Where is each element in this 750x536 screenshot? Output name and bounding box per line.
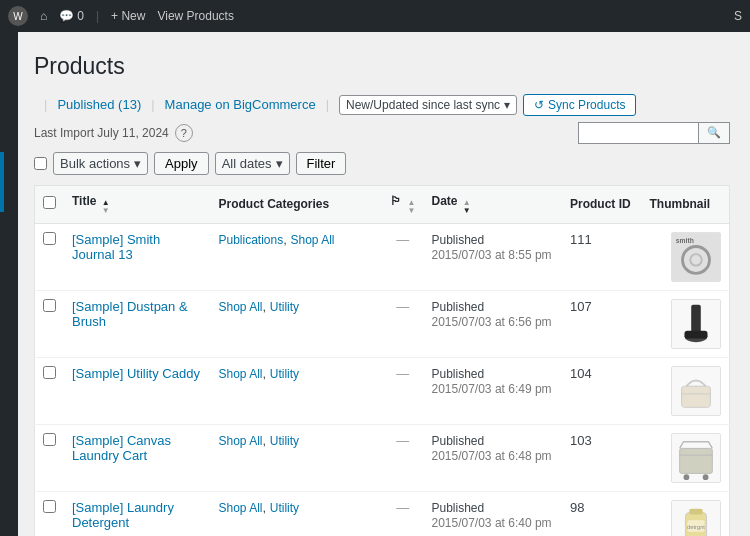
title-sort-arrows: ▲ ▼ xyxy=(102,199,110,215)
table-row: [Sample] Canvas Laundry Cart Shop All, U… xyxy=(35,424,730,491)
dates-dropdown[interactable]: All dates ▾ xyxy=(215,152,290,175)
select-all-checkbox[interactable] xyxy=(34,157,47,170)
sep-1: | xyxy=(96,9,99,23)
row-checkbox[interactable] xyxy=(43,500,56,513)
search-input[interactable] xyxy=(578,122,698,144)
row-title-cell: [Sample] Utility Caddy xyxy=(64,357,211,424)
admin-bar-right: S xyxy=(734,9,742,23)
product-id-value: 103 xyxy=(570,433,592,448)
row-checkbox-cell xyxy=(35,290,65,357)
th-date[interactable]: Date ▲ ▼ xyxy=(423,185,562,223)
sync-dropdown[interactable]: New/Updated since last sync ▾ xyxy=(339,95,517,115)
svg-rect-12 xyxy=(680,448,713,473)
row-flag-cell: — xyxy=(382,357,423,424)
row-checkbox-cell xyxy=(35,223,65,290)
admin-bar: W ⌂ 💬 0 | + New View Products S xyxy=(0,0,750,32)
date-status: Published xyxy=(431,300,484,314)
category-link[interactable]: Utility xyxy=(270,367,299,381)
bulk-actions-dropdown[interactable]: Bulk actions ▾ xyxy=(53,152,148,175)
product-title-link[interactable]: [Sample] Canvas Laundry Cart xyxy=(72,433,171,463)
category-link[interactable]: Shop All xyxy=(219,300,263,314)
category-link[interactable]: Publications xyxy=(219,233,284,247)
dates-label: All dates xyxy=(222,156,272,171)
admin-bar-comments[interactable]: 💬 0 xyxy=(59,9,84,23)
table-row: [Sample] Smith Journal 13 Publications, … xyxy=(35,223,730,290)
filter-button[interactable]: Filter xyxy=(296,152,347,175)
th-title[interactable]: Title ▲ ▼ xyxy=(64,185,211,223)
row-id-cell: 107 xyxy=(562,290,641,357)
product-title-link[interactable]: [Sample] Smith Journal 13 xyxy=(72,232,160,262)
row-title-cell: [Sample] Canvas Laundry Cart xyxy=(64,424,211,491)
product-title-link[interactable]: [Sample] Laundry Detergent xyxy=(72,500,174,530)
date-status: Published xyxy=(431,434,484,448)
row-thumbnail-cell xyxy=(641,424,729,491)
date-status: Published xyxy=(431,501,484,515)
product-thumbnail: detrgnt xyxy=(671,500,721,536)
row-thumbnail-cell: detrgnt xyxy=(641,491,729,536)
category-link[interactable]: Shop All xyxy=(290,233,334,247)
wp-logo[interactable]: W xyxy=(8,6,28,26)
row-checkbox[interactable] xyxy=(43,232,56,245)
svg-text:smith: smith xyxy=(676,236,694,243)
sync-icon: ↺ xyxy=(534,98,544,112)
category-link[interactable]: Shop All xyxy=(219,501,263,515)
product-id-value: 98 xyxy=(570,500,584,515)
date-time: 2015/07/03 at 6:40 pm xyxy=(431,516,551,530)
sort-down-icon: ▼ xyxy=(102,207,110,215)
svg-rect-5 xyxy=(691,305,701,334)
comment-icon: 💬 xyxy=(59,9,74,23)
row-date-cell: Published 2015/07/03 at 6:49 pm xyxy=(423,357,562,424)
product-thumbnail xyxy=(671,433,721,483)
svg-rect-7 xyxy=(684,331,707,339)
sidebar xyxy=(0,32,18,536)
table-row: [Sample] Dustpan & Brush Shop All, Utili… xyxy=(35,290,730,357)
th-product-id-label: Product ID xyxy=(570,197,631,211)
row-checkbox-cell xyxy=(35,491,65,536)
bulk-chevron-icon: ▾ xyxy=(134,156,141,171)
row-thumbnail-cell: smith xyxy=(641,223,729,290)
th-flag[interactable]: 🏳 ▲ ▼ xyxy=(382,185,423,223)
date-time: 2015/07/03 at 6:56 pm xyxy=(431,315,551,329)
category-link[interactable]: Utility xyxy=(270,434,299,448)
date-sort-down: ▼ xyxy=(463,207,471,215)
row-title-cell: [Sample] Dustpan & Brush xyxy=(64,290,211,357)
row-checkbox[interactable] xyxy=(43,366,56,379)
flag-value: — xyxy=(396,500,409,515)
sync-products-button[interactable]: ↺ Sync Products xyxy=(523,94,636,116)
search-submit-button[interactable]: 🔍 xyxy=(698,122,730,144)
filter-published[interactable]: Published (13) xyxy=(57,97,141,112)
product-id-value: 104 xyxy=(570,366,592,381)
category-link[interactable]: Utility xyxy=(270,501,299,515)
row-date-cell: Published 2015/07/03 at 8:55 pm xyxy=(423,223,562,290)
row-checkbox-cell xyxy=(35,424,65,491)
chevron-down-icon: ▾ xyxy=(504,98,510,112)
products-table: Title ▲ ▼ Product Categories 🏳 ▲ ▼ xyxy=(34,185,730,536)
header-checkbox[interactable] xyxy=(43,196,56,209)
flag-sort-down: ▼ xyxy=(408,207,416,215)
product-title-link[interactable]: [Sample] Dustpan & Brush xyxy=(72,299,188,329)
flag-value: — xyxy=(396,299,409,314)
row-checkbox[interactable] xyxy=(43,299,56,312)
row-checkbox[interactable] xyxy=(43,433,56,446)
row-date-cell: Published 2015/07/03 at 6:48 pm xyxy=(423,424,562,491)
category-link[interactable]: Utility xyxy=(270,300,299,314)
product-title-link[interactable]: [Sample] Utility Caddy xyxy=(72,366,200,381)
category-link[interactable]: Shop All xyxy=(219,434,263,448)
admin-bar-view-products[interactable]: View Products xyxy=(157,9,233,23)
th-check xyxy=(35,185,65,223)
sync-dropdown-label: New/Updated since last sync xyxy=(346,98,500,112)
admin-bar-network[interactable]: ⌂ xyxy=(40,9,47,23)
row-flag-cell: — xyxy=(382,223,423,290)
date-time: 2015/07/03 at 6:49 pm xyxy=(431,382,551,396)
apply-button[interactable]: Apply xyxy=(154,152,209,175)
date-status: Published xyxy=(431,233,484,247)
category-link[interactable]: Shop All xyxy=(219,367,263,381)
row-categories-cell: Publications, Shop All xyxy=(211,223,383,290)
th-categories-label: Product Categories xyxy=(219,197,330,211)
row-thumbnail-cell xyxy=(641,290,729,357)
th-product-id: Product ID xyxy=(562,185,641,223)
admin-bar-new[interactable]: + New xyxy=(111,9,145,23)
row-categories-cell: Shop All, Utility xyxy=(211,357,383,424)
filter-bigcommerce[interactable]: Manage on BigCommerce xyxy=(165,97,316,112)
help-icon[interactable]: ? xyxy=(175,124,193,142)
